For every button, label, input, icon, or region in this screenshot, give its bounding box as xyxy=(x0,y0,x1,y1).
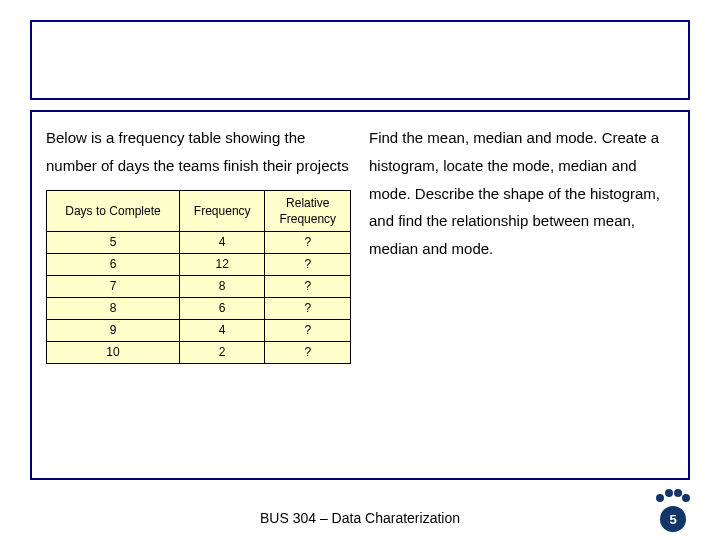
cell-freq: 2 xyxy=(179,341,265,363)
page-number: 5 xyxy=(660,506,686,532)
cell-rel: ? xyxy=(265,231,351,253)
footer-text: BUS 304 – Data Charaterization xyxy=(0,510,720,526)
cell-rel: ? xyxy=(265,319,351,341)
cell-rel: ? xyxy=(265,275,351,297)
table-row: 5 4 ? xyxy=(47,231,351,253)
table-row: 6 12 ? xyxy=(47,253,351,275)
cell-days: 10 xyxy=(47,341,180,363)
content-box: Below is a frequency table showing the n… xyxy=(30,110,690,480)
cell-days: 8 xyxy=(47,297,180,319)
cell-freq: 12 xyxy=(179,253,265,275)
col-header-days: Days to Complete xyxy=(47,190,180,231)
title-box xyxy=(30,20,690,100)
cell-days: 5 xyxy=(47,231,180,253)
col-header-relative-frequency: Relative Frequency xyxy=(265,190,351,231)
table-row: 10 2 ? xyxy=(47,341,351,363)
cell-rel: ? xyxy=(265,297,351,319)
cell-freq: 6 xyxy=(179,297,265,319)
table-header-row: Days to Complete Frequency Relative Freq… xyxy=(47,190,351,231)
cell-rel: ? xyxy=(265,253,351,275)
frequency-table: Days to Complete Frequency Relative Freq… xyxy=(46,190,351,364)
intro-text: Below is a frequency table showing the n… xyxy=(46,124,351,180)
cell-rel: ? xyxy=(265,341,351,363)
cell-days: 7 xyxy=(47,275,180,297)
tasks-text: Find the mean, median and mode. Create a… xyxy=(369,124,674,263)
col-header-frequency: Frequency xyxy=(179,190,265,231)
cell-freq: 4 xyxy=(179,231,265,253)
table-row: 7 8 ? xyxy=(47,275,351,297)
table-row: 8 6 ? xyxy=(47,297,351,319)
table-row: 9 4 ? xyxy=(47,319,351,341)
cell-days: 6 xyxy=(47,253,180,275)
cell-days: 9 xyxy=(47,319,180,341)
cell-freq: 8 xyxy=(179,275,265,297)
cell-freq: 4 xyxy=(179,319,265,341)
pawprint-icon: 5 xyxy=(654,488,692,532)
